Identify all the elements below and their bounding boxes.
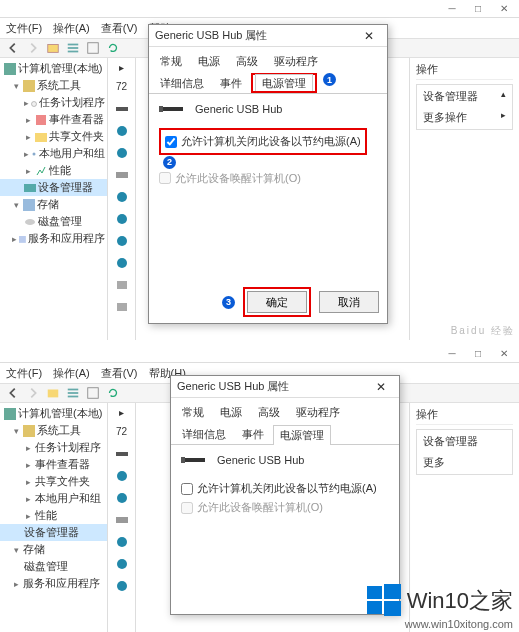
properties-icon[interactable] (86, 386, 100, 400)
windows-logo-icon (367, 584, 401, 618)
tree-systools[interactable]: ▾系统工具 (0, 77, 107, 94)
tab-events[interactable]: 事件 (213, 73, 249, 93)
allow-power-off-row[interactable]: 允许计算机关闭此设备以节约电源(A) (181, 479, 389, 498)
minimize-button[interactable]: ─ (441, 347, 463, 361)
tab-power[interactable]: 电源 (191, 51, 227, 71)
svg-rect-23 (117, 281, 127, 289)
svg-rect-45 (367, 601, 382, 614)
tree-users[interactable]: ▸本地用户和组 (0, 490, 107, 507)
forward-icon[interactable] (26, 386, 40, 400)
close-window-button[interactable]: ✕ (493, 2, 515, 16)
ok-button[interactable]: 确定 (247, 291, 307, 313)
svg-point-22 (117, 258, 127, 268)
tree-svc[interactable]: ▸服务和应用程序 (0, 230, 107, 247)
list-icon[interactable] (66, 41, 80, 55)
actions-header: 操作 (416, 407, 513, 425)
tab-general[interactable]: 常规 (175, 402, 211, 422)
tree-devmgr[interactable]: 设备管理器 (0, 179, 107, 196)
back-icon[interactable] (6, 41, 20, 55)
svg-point-40 (117, 581, 127, 591)
tree-sidebar: 计算机管理(本地) ▾系统工具 ▸任务计划程序 ▸事件查看器 ▸共享文件夹 ▸本… (0, 58, 108, 340)
menu-view[interactable]: 查看(V) (101, 22, 138, 34)
tree-svc[interactable]: ▸服务和应用程序 (0, 575, 107, 592)
device-name: Generic USB Hub (195, 103, 282, 115)
allow-wake-row: 允许此设备唤醒计算机(O) (159, 169, 377, 188)
svg-point-39 (117, 559, 127, 569)
svg-rect-9 (35, 133, 47, 142)
tree-event[interactable]: ▸事件查看器 (0, 456, 107, 473)
maximize-button[interactable]: □ (467, 2, 489, 16)
allow-power-off-label: 允许计算机关闭此设备以节约电源(A) (197, 481, 377, 496)
tree-disk[interactable]: 磁盘管理 (0, 558, 107, 575)
menu-file[interactable]: 文件(F) (6, 22, 42, 34)
tab-details[interactable]: 详细信息 (153, 73, 211, 93)
maximize-button[interactable]: □ (467, 347, 489, 361)
tree-sidebar: 计算机管理(本地) ▾系统工具 ▸任务计划程序 ▸事件查看器 ▸共享文件夹 ▸本… (0, 403, 108, 632)
menu-action[interactable]: 操作(A) (53, 367, 90, 379)
allow-power-off-checkbox[interactable] (181, 483, 193, 495)
tab-advanced[interactable]: 高级 (229, 51, 265, 71)
folder-icon[interactable] (46, 386, 60, 400)
list-icon[interactable] (66, 386, 80, 400)
properties-icon[interactable] (86, 41, 100, 55)
tree-systools[interactable]: ▾系统工具 (0, 422, 107, 439)
tree-perf[interactable]: ▸性能 (0, 162, 107, 179)
tab-details[interactable]: 详细信息 (175, 424, 233, 444)
svg-rect-41 (183, 458, 205, 462)
refresh-icon[interactable] (106, 386, 120, 400)
actions-item[interactable]: 设备管理器▴ (423, 89, 506, 104)
svg-rect-6 (23, 80, 35, 92)
allow-power-off-row[interactable]: 允许计算机关闭此设备以节约电源(A) (165, 132, 361, 151)
svg-point-13 (25, 219, 35, 225)
tab-events[interactable]: 事件 (235, 424, 271, 444)
tab-advanced[interactable]: 高级 (251, 402, 287, 422)
tab-driver[interactable]: 驱动程序 (267, 51, 325, 71)
dialog-close-button[interactable]: ✕ (369, 378, 393, 396)
tab-powermgmt[interactable]: 电源管理 (273, 425, 331, 445)
tree-event[interactable]: ▸事件查看器 (0, 111, 107, 128)
forward-icon[interactable] (26, 41, 40, 55)
tree-task[interactable]: ▸任务计划程序 (0, 439, 107, 456)
tree-devmgr[interactable]: 设备管理器 (0, 524, 107, 541)
tree-perf[interactable]: ▸性能 (0, 507, 107, 524)
minimize-button[interactable]: ─ (441, 2, 463, 16)
tree-users[interactable]: ▸本地用户和组 (0, 145, 107, 162)
tree-root[interactable]: 计算机管理(本地) (0, 405, 107, 422)
tree-storage[interactable]: ▾存储 (0, 541, 107, 558)
annotation-1: 1 (323, 73, 336, 86)
refresh-icon[interactable] (106, 41, 120, 55)
svg-rect-33 (23, 425, 35, 437)
menu-action[interactable]: 操作(A) (53, 22, 90, 34)
svg-point-19 (117, 192, 127, 202)
actions-item[interactable]: 设备管理器 (423, 434, 506, 449)
tree-root[interactable]: 计算机管理(本地) (0, 60, 107, 77)
folder-icon[interactable] (46, 41, 60, 55)
cancel-button[interactable]: 取消 (319, 291, 379, 313)
tree-storage[interactable]: ▾存储 (0, 196, 107, 213)
dialog-close-button[interactable]: ✕ (357, 27, 381, 45)
dialog-tabs: 常规 电源 高级 驱动程序 详细信息 事件 电源管理 1 (149, 47, 387, 94)
tab-power[interactable]: 电源 (213, 402, 249, 422)
tree-shared[interactable]: ▸共享文件夹 (0, 473, 107, 490)
close-window-button[interactable]: ✕ (493, 347, 515, 361)
usb-icon (115, 557, 129, 571)
menu-view[interactable]: 查看(V) (101, 367, 138, 379)
tab-powermgmt[interactable]: 电源管理 (255, 74, 313, 91)
allow-power-off-checkbox[interactable] (165, 136, 177, 148)
svg-point-38 (117, 537, 127, 547)
window-titlebar: ─ □ ✕ (0, 345, 519, 363)
tab-general[interactable]: 常规 (153, 51, 189, 71)
tree-task[interactable]: ▸任务计划程序 (0, 94, 107, 111)
usb-icon (115, 124, 129, 138)
tree-shared[interactable]: ▸共享文件夹 (0, 128, 107, 145)
back-icon[interactable] (6, 386, 20, 400)
actions-more[interactable]: 更多 (423, 455, 506, 470)
svg-rect-11 (24, 184, 36, 192)
svg-rect-27 (48, 390, 59, 398)
usb-icon (115, 190, 129, 204)
tree-disk[interactable]: 磁盘管理 (0, 213, 107, 230)
tab-driver[interactable]: 驱动程序 (289, 402, 347, 422)
actions-more[interactable]: 更多操作▸ (423, 110, 506, 125)
menu-file[interactable]: 文件(F) (6, 367, 42, 379)
svg-rect-30 (68, 396, 79, 398)
